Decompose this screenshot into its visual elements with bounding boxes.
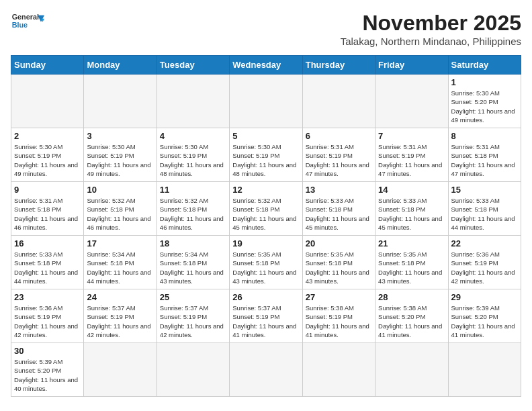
- calendar-cell: 23Sunrise: 5:36 AM Sunset: 5:19 PM Dayli…: [11, 289, 84, 343]
- svg-text:Blue: Blue: [12, 21, 28, 29]
- day-info: Sunrise: 5:37 AM Sunset: 5:19 PM Dayligh…: [160, 304, 226, 339]
- day-info: Sunrise: 5:34 AM Sunset: 5:18 PM Dayligh…: [87, 250, 153, 285]
- day-info: Sunrise: 5:38 AM Sunset: 5:20 PM Dayligh…: [378, 304, 445, 339]
- day-info: Sunrise: 5:35 AM Sunset: 5:18 PM Dayligh…: [232, 250, 299, 285]
- day-info: Sunrise: 5:33 AM Sunset: 5:18 PM Dayligh…: [14, 250, 81, 285]
- day-number: 21: [378, 238, 445, 248]
- calendar-cell: [375, 75, 448, 128]
- calendar-cell: [157, 75, 229, 128]
- calendar-cell: 5Sunrise: 5:30 AM Sunset: 5:19 PM Daylig…: [230, 128, 302, 182]
- day-info: Sunrise: 5:33 AM Sunset: 5:18 PM Dayligh…: [378, 196, 445, 232]
- day-info: Sunrise: 5:30 AM Sunset: 5:19 PM Dayligh…: [87, 142, 153, 178]
- day-number: 15: [451, 185, 518, 195]
- calendar-cell: 13Sunrise: 5:33 AM Sunset: 5:18 PM Dayli…: [302, 182, 375, 236]
- day-info: Sunrise: 5:32 AM Sunset: 5:18 PM Dayligh…: [87, 196, 153, 232]
- week-row-1: 1Sunrise: 5:30 AM Sunset: 5:20 PM Daylig…: [11, 75, 521, 128]
- day-number: 7: [378, 131, 445, 141]
- day-number: 2: [14, 131, 81, 141]
- calendar-cell: [157, 343, 229, 397]
- day-number: 20: [306, 238, 372, 248]
- calendar-cell: 4Sunrise: 5:30 AM Sunset: 5:19 PM Daylig…: [157, 128, 229, 182]
- calendar-cell: 7Sunrise: 5:31 AM Sunset: 5:19 PM Daylig…: [375, 128, 448, 182]
- calendar-cell: 1Sunrise: 5:30 AM Sunset: 5:20 PM Daylig…: [448, 75, 521, 128]
- day-number: 29: [451, 292, 518, 302]
- calendar-cell: 8Sunrise: 5:31 AM Sunset: 5:18 PM Daylig…: [448, 128, 521, 182]
- day-info: Sunrise: 5:30 AM Sunset: 5:19 PM Dayligh…: [232, 142, 299, 178]
- day-number: 18: [160, 238, 226, 248]
- calendar-cell: 16Sunrise: 5:33 AM Sunset: 5:18 PM Dayli…: [11, 236, 84, 289]
- day-info: Sunrise: 5:32 AM Sunset: 5:18 PM Dayligh…: [232, 196, 299, 232]
- day-number: 5: [232, 131, 299, 141]
- day-info: Sunrise: 5:30 AM Sunset: 5:20 PM Dayligh…: [451, 89, 518, 124]
- day-info: Sunrise: 5:35 AM Sunset: 5:18 PM Dayligh…: [306, 250, 372, 285]
- day-info: Sunrise: 5:37 AM Sunset: 5:19 PM Dayligh…: [87, 304, 153, 339]
- svg-text:General: General: [12, 13, 39, 21]
- day-info: Sunrise: 5:31 AM Sunset: 5:19 PM Dayligh…: [378, 142, 445, 178]
- calendar-cell: 12Sunrise: 5:32 AM Sunset: 5:18 PM Dayli…: [230, 182, 302, 236]
- calendar-cell: 30Sunrise: 5:39 AM Sunset: 5:20 PM Dayli…: [11, 343, 84, 397]
- location-title: Talakag, Northern Mindanao, Philippines: [341, 36, 521, 47]
- calendar-cell: 10Sunrise: 5:32 AM Sunset: 5:18 PM Dayli…: [84, 182, 157, 236]
- calendar-cell: [230, 343, 302, 397]
- calendar-cell: [230, 75, 302, 128]
- day-number: 23: [14, 292, 81, 302]
- calendar-cell: [375, 343, 448, 397]
- day-number: 19: [232, 238, 299, 248]
- day-info: Sunrise: 5:36 AM Sunset: 5:19 PM Dayligh…: [451, 250, 518, 285]
- weekday-header-tuesday: Tuesday: [157, 56, 229, 75]
- day-number: 27: [306, 292, 372, 302]
- logo-svg: General Blue: [11, 11, 44, 31]
- day-number: 14: [378, 185, 445, 195]
- calendar-cell: 25Sunrise: 5:37 AM Sunset: 5:19 PM Dayli…: [157, 289, 229, 343]
- calendar-cell: 20Sunrise: 5:35 AM Sunset: 5:18 PM Dayli…: [302, 236, 375, 289]
- day-info: Sunrise: 5:37 AM Sunset: 5:19 PM Dayligh…: [232, 304, 299, 339]
- day-number: 24: [87, 292, 153, 302]
- weekday-header-saturday: Saturday: [448, 56, 521, 75]
- day-info: Sunrise: 5:30 AM Sunset: 5:19 PM Dayligh…: [160, 142, 226, 178]
- header: General Blue November 2025 Talakag, Nort…: [11, 11, 521, 47]
- day-number: 10: [87, 185, 153, 195]
- day-info: Sunrise: 5:38 AM Sunset: 5:19 PM Dayligh…: [306, 304, 372, 339]
- day-number: 16: [14, 238, 81, 248]
- day-info: Sunrise: 5:31 AM Sunset: 5:19 PM Dayligh…: [306, 142, 372, 178]
- day-info: Sunrise: 5:34 AM Sunset: 5:18 PM Dayligh…: [160, 250, 226, 285]
- day-info: Sunrise: 5:35 AM Sunset: 5:18 PM Dayligh…: [378, 250, 445, 285]
- day-info: Sunrise: 5:36 AM Sunset: 5:19 PM Dayligh…: [14, 304, 81, 339]
- calendar-cell: [84, 343, 157, 397]
- weekday-header-friday: Friday: [375, 56, 448, 75]
- calendar-header-row: SundayMondayTuesdayWednesdayThursdayFrid…: [11, 56, 521, 75]
- weekday-header-wednesday: Wednesday: [230, 56, 302, 75]
- day-number: 30: [14, 346, 81, 356]
- day-number: 12: [232, 185, 299, 195]
- calendar-cell: 11Sunrise: 5:32 AM Sunset: 5:18 PM Dayli…: [157, 182, 229, 236]
- day-info: Sunrise: 5:30 AM Sunset: 5:19 PM Dayligh…: [14, 142, 81, 178]
- day-number: 9: [14, 185, 81, 195]
- calendar-cell: [448, 343, 521, 397]
- day-info: Sunrise: 5:39 AM Sunset: 5:20 PM Dayligh…: [14, 357, 81, 393]
- day-number: 28: [378, 292, 445, 302]
- calendar-cell: 6Sunrise: 5:31 AM Sunset: 5:19 PM Daylig…: [302, 128, 375, 182]
- day-info: Sunrise: 5:33 AM Sunset: 5:18 PM Dayligh…: [306, 196, 372, 232]
- day-number: 4: [160, 131, 226, 141]
- day-info: Sunrise: 5:31 AM Sunset: 5:18 PM Dayligh…: [451, 142, 518, 178]
- week-row-4: 16Sunrise: 5:33 AM Sunset: 5:18 PM Dayli…: [11, 236, 521, 289]
- calendar-cell: 18Sunrise: 5:34 AM Sunset: 5:18 PM Dayli…: [157, 236, 229, 289]
- day-number: 3: [87, 131, 153, 141]
- week-row-2: 2Sunrise: 5:30 AM Sunset: 5:19 PM Daylig…: [11, 128, 521, 182]
- calendar-table: SundayMondayTuesdayWednesdayThursdayFrid…: [11, 55, 521, 397]
- week-row-5: 23Sunrise: 5:36 AM Sunset: 5:19 PM Dayli…: [11, 289, 521, 343]
- calendar-cell: 9Sunrise: 5:31 AM Sunset: 5:18 PM Daylig…: [11, 182, 84, 236]
- calendar-cell: 27Sunrise: 5:38 AM Sunset: 5:19 PM Dayli…: [302, 289, 375, 343]
- week-row-3: 9Sunrise: 5:31 AM Sunset: 5:18 PM Daylig…: [11, 182, 521, 236]
- calendar-cell: 26Sunrise: 5:37 AM Sunset: 5:19 PM Dayli…: [230, 289, 302, 343]
- logo: General Blue: [11, 11, 44, 32]
- day-number: 8: [451, 131, 518, 141]
- calendar-cell: [84, 75, 157, 128]
- month-title: November 2025: [341, 11, 521, 36]
- day-number: 11: [160, 185, 226, 195]
- calendar-cell: 3Sunrise: 5:30 AM Sunset: 5:19 PM Daylig…: [84, 128, 157, 182]
- calendar-cell: 2Sunrise: 5:30 AM Sunset: 5:19 PM Daylig…: [11, 128, 84, 182]
- day-number: 26: [232, 292, 299, 302]
- calendar-cell: [11, 75, 84, 128]
- calendar-cell: 19Sunrise: 5:35 AM Sunset: 5:18 PM Dayli…: [230, 236, 302, 289]
